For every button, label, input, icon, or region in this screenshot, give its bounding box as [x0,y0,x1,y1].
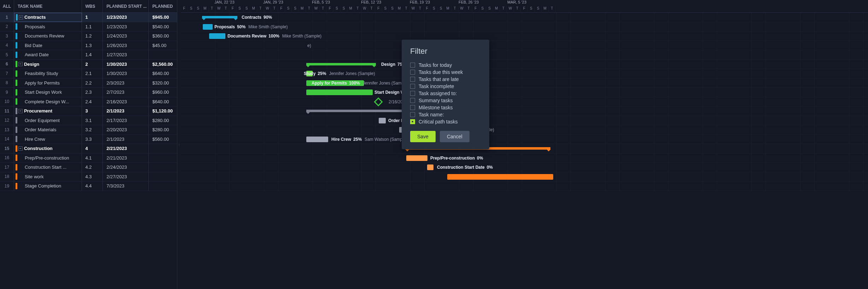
col-header-all[interactable]: ALL [0,0,14,12]
cell-wbs[interactable]: 2.4 [82,97,103,106]
collapse-icon[interactable]: − [18,62,23,66]
cell-wbs[interactable]: 4.3 [82,172,103,181]
filter-option[interactable]: Critical path tasks [410,119,481,125]
gantt-bar[interactable] [202,16,237,18]
cell-start[interactable]: 2/17/2023 [103,116,149,125]
grid-row[interactable]: 17Construction Start ...4.22/24/2023 [0,163,177,172]
cell-cost[interactable]: $1,120.00 [149,106,177,116]
grid-row[interactable]: 5Award Date1.41/27/2023 [0,50,177,60]
collapse-icon[interactable]: − [19,15,23,19]
gantt-bar[interactable] [447,174,553,180]
cell-start[interactable]: 2/3/2023 [103,79,149,88]
gantt-bar[interactable] [203,24,213,30]
grid-row[interactable]: 11−Procurement32/1/2023$1,120.00 [0,106,177,116]
task-name-cell[interactable]: Documents Review [14,31,82,41]
cell-start[interactable]: 1/30/2023 [103,60,149,69]
filter-option[interactable]: Task assigned to: [410,91,481,96]
filter-option[interactable]: Tasks that are late [410,76,481,82]
grid-row[interactable]: 16Prep/Pre-construction4.12/21/2023 [0,154,177,163]
task-name-cell[interactable]: −Design [14,60,82,69]
grid-row[interactable]: 8Apply for Permits2.22/3/2023$320.00 [0,79,177,88]
cell-cost[interactable]: $960.00 [149,88,177,97]
col-header-cost[interactable]: PLANNED [149,0,177,12]
task-name-cell[interactable]: Construction Start ... [14,163,82,172]
cell-start[interactable]: 2/16/2023 [103,97,149,106]
cell-wbs[interactable]: 3 [82,106,103,116]
cell-start[interactable]: 1/23/2023 [103,22,149,31]
cell-start[interactable]: 2/1/2023 [103,106,149,116]
cell-cost[interactable]: $540.00 [149,22,177,31]
cell-cost[interactable] [149,163,177,172]
grid-row[interactable]: 7Feasibility Study2.11/30/2023$640.00 [0,69,177,79]
cell-wbs[interactable]: 4 [82,144,103,153]
cell-start[interactable]: 1/24/2023 [103,31,149,41]
cell-cost[interactable]: $360.00 [149,31,177,41]
cell-wbs[interactable]: 1.3 [82,41,103,50]
checkbox-icon[interactable] [410,63,415,68]
grid-row[interactable]: 3Documents Review1.21/24/2023$360.00 [0,31,177,41]
filter-option[interactable]: Task incomplete [410,83,481,89]
cell-wbs[interactable]: 2.3 [82,88,103,97]
grid-row[interactable]: 4Bid Date1.31/26/2023$45.00 [0,41,177,51]
grid-row[interactable]: 19Stage Completion4.47/3/2023 [0,181,177,191]
cell-cost[interactable]: $945.00 [149,13,177,22]
checkbox-icon[interactable] [410,98,415,103]
checkbox-icon[interactable] [410,77,415,82]
task-name-cell[interactable]: Order Equipment [14,116,82,125]
cell-cost[interactable]: $280.00 [149,125,177,134]
task-name-cell[interactable]: Order Materials [14,125,82,134]
cell-start[interactable]: 1/23/2023 [103,13,149,22]
checkbox-icon[interactable] [410,70,415,75]
col-header-wbs[interactable]: WBS [82,0,103,12]
cell-wbs[interactable]: 3.3 [82,135,103,144]
task-name-cell[interactable]: −Construction [14,144,82,153]
cell-wbs[interactable]: 1.1 [82,22,103,31]
cell-wbs[interactable]: 4.4 [82,181,103,191]
gantt-bar[interactable] [209,33,225,39]
task-name-cell[interactable]: Award Date [14,50,82,59]
gantt-bar[interactable] [379,118,386,123]
cell-start[interactable]: 2/21/2023 [103,144,149,153]
gantt-bar[interactable] [306,137,328,142]
grid-row[interactable]: 6−Design21/30/2023$2,560.00 [0,60,177,69]
cell-start[interactable]: 2/27/2023 [103,172,149,181]
cell-wbs[interactable]: 2 [82,60,103,69]
cell-start[interactable]: 1/26/2023 [103,41,149,50]
cell-wbs[interactable]: 3.1 [82,116,103,125]
collapse-icon[interactable]: − [18,146,23,151]
grid-row[interactable]: 12Order Equipment3.12/17/2023$280.00 [0,116,177,126]
checkbox-icon[interactable] [410,105,415,110]
task-name-cell[interactable]: −Procurement [14,106,82,116]
cell-start[interactable]: 2/1/2023 [103,135,149,144]
cell-cost[interactable] [149,172,177,181]
checkbox-icon[interactable] [410,119,415,124]
cell-start[interactable]: 1/30/2023 [103,69,149,78]
collapse-icon[interactable]: − [18,109,23,113]
task-name-cell[interactable]: −Contracts [14,13,82,22]
cell-wbs[interactable]: 2.1 [82,69,103,78]
cell-cost[interactable]: $320.00 [149,79,177,88]
filter-option[interactable]: Summary tasks [410,98,481,103]
panel-splitter[interactable]: ⋮⋮ [177,0,181,289]
cell-wbs[interactable]: 3.2 [82,125,103,134]
cell-wbs[interactable]: 4.1 [82,154,103,163]
checkbox-icon[interactable] [410,112,415,117]
cell-cost[interactable]: $640.00 [149,69,177,78]
gantt-bar[interactable] [427,164,433,170]
cell-start[interactable]: 2/24/2023 [103,163,149,172]
grid-row[interactable]: 15−Construction42/21/2023 [0,144,177,154]
save-button[interactable]: Save [410,131,436,142]
grid-row[interactable]: 14Hire Crew3.32/1/2023$560.00 [0,135,177,144]
grid-row[interactable]: 2Proposals1.11/23/2023$540.00 [0,22,177,32]
cell-wbs[interactable]: 1.2 [82,31,103,41]
cell-cost[interactable]: $45.00 [149,41,177,50]
gantt-bar[interactable] [306,63,376,65]
cell-cost[interactable] [149,144,177,153]
cell-start[interactable]: 2/20/2023 [103,125,149,134]
grid-row[interactable]: 1−Contracts11/23/2023$945.00 [0,13,177,22]
grid-row[interactable]: 10Complete Design W...2.42/16/2023$640.0… [0,97,177,107]
cancel-button[interactable]: Cancel [440,131,470,142]
cell-cost[interactable]: $560.00 [149,135,177,144]
cell-cost[interactable] [149,181,177,191]
cell-wbs[interactable]: 1 [82,13,103,22]
